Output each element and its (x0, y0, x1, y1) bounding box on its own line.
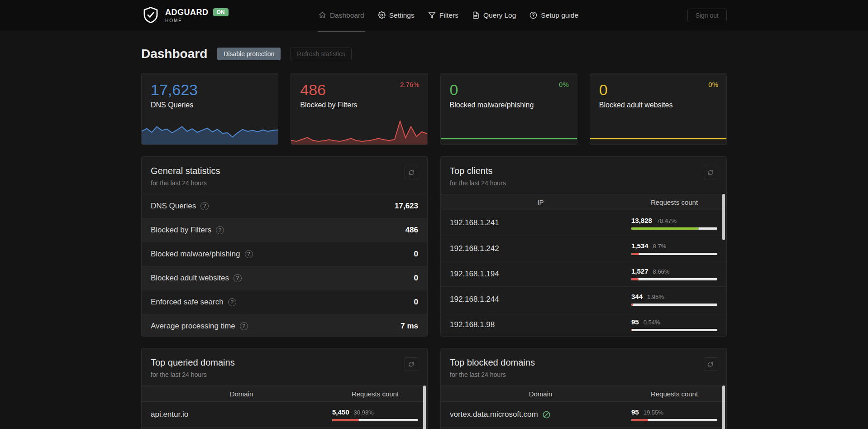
nav-item-dashboard[interactable]: Dashboard (319, 0, 364, 30)
stat-card-blocked-by-filters: 2.76% 486 Blocked by Filters (291, 73, 428, 145)
top-clients-table-header: IP Requests count (441, 194, 726, 210)
progress-bar (631, 304, 717, 306)
client-row: 192.168.1.98 95 0.54% (441, 312, 726, 337)
nav-item-label: Dashboard (330, 11, 364, 19)
scrollbar-thumb[interactable] (423, 386, 426, 429)
refresh-icon (408, 361, 415, 367)
client-ip: 192.168.1.241 (450, 218, 631, 227)
card-subtitle: for the last 24 hours (151, 179, 220, 187)
requests-count: 1,527 (631, 267, 649, 275)
domain-name: vortex.data.microsoft.com (450, 410, 538, 419)
dns-queries-sparkline (142, 119, 278, 145)
scrollbar-thumb[interactable] (722, 194, 725, 240)
help-icon[interactable]: ? (200, 202, 209, 210)
stats-value: 0 (414, 250, 418, 259)
requests-count: 13,828 (631, 217, 652, 224)
progress-bar (631, 419, 717, 421)
blocked-adult-label[interactable]: Blocked adult websites (599, 101, 673, 109)
stats-row: DNS Queries ? 17,623 (142, 194, 427, 218)
blocked-adult-percent: 0% (708, 81, 718, 88)
table-header-domain: Domain (450, 390, 631, 398)
progress-bar-fill (631, 419, 648, 421)
card-title: General statistics (151, 166, 220, 176)
nav-item-settings[interactable]: Settings (378, 0, 415, 30)
stats-label: Enforced safe search (151, 298, 224, 307)
refresh-icon (707, 361, 714, 367)
table-header-requests: Requests count (631, 390, 717, 398)
file-text-icon (472, 11, 480, 19)
card-title: Top clients (450, 166, 506, 176)
gear-icon (378, 11, 386, 19)
general-statistics-table: DNS Queries ? 17,623 Blocked by Filters … (142, 194, 427, 337)
stats-label: Blocked adult websites (151, 274, 229, 283)
stats-value: 486 (405, 226, 418, 235)
blocked-filters-percent: 2.76% (400, 81, 420, 88)
progress-bar (631, 227, 717, 230)
help-icon[interactable]: ? (245, 250, 253, 258)
stat-card-dns-queries: 17,623 DNS Queries (141, 73, 278, 145)
top-blocked-table: vortex.data.microsoft.com 95 19.55% (441, 402, 726, 429)
stats-label: DNS Queries (151, 202, 196, 211)
top-queried-table-header: Domain Requests count (142, 386, 427, 402)
help-icon[interactable]: ? (240, 322, 248, 330)
help-circle-icon (529, 11, 537, 19)
adguard-logo-icon (141, 6, 160, 25)
nav-item-label: Query Log (483, 11, 516, 19)
stats-row: Blocked malware/phishing ? 0 (142, 242, 427, 266)
stats-row: Enforced safe search ? 0 (142, 290, 427, 314)
top-navbar: ADGUARD ON HOME Dashboard Settings (0, 0, 868, 30)
dns-queries-label[interactable]: DNS Queries (151, 101, 193, 109)
scrollbar-thumb[interactable] (722, 386, 725, 429)
table-header-domain: Domain (151, 390, 332, 398)
help-icon[interactable]: ? (216, 226, 224, 234)
card-title: Top blocked domains (450, 357, 535, 368)
nav-item-query-log[interactable]: Query Log (472, 0, 516, 30)
dns-queries-value: 17,623 (151, 82, 269, 98)
top-blocked-domains-card: Top blocked domains for the last 24 hour… (440, 348, 727, 429)
requests-percent: 30.93% (354, 409, 374, 416)
help-icon[interactable]: ? (228, 298, 236, 306)
progress-bar-fill (631, 304, 633, 306)
client-row: 192.168.1.194 1,527 8.66% (441, 261, 726, 286)
disable-protection-button[interactable]: Disable protection (217, 48, 281, 60)
client-ip: 192.168.1.242 (450, 244, 631, 253)
nav-item-filters[interactable]: Filters (428, 0, 458, 30)
adguard-home-brand[interactable]: ADGUARD ON HOME (141, 6, 229, 25)
nav-item-label: Settings (389, 11, 415, 19)
top-blocked-table-header: Domain Requests count (441, 386, 726, 402)
stats-label: Average processing time (151, 322, 235, 331)
stat-card-blocked-adult: 0% 0 Blocked adult websites (590, 73, 727, 145)
stats-label: Blocked malware/phishing (151, 250, 240, 259)
stats-row: Blocked adult websites ? 0 (142, 266, 427, 290)
domain-row: api.entur.io 5,450 30.93% (142, 402, 427, 427)
card-subtitle: for the last 24 hours (450, 179, 506, 187)
stat-cards-row: 17,623 DNS Queries 2.76% 486 Blocked by … (141, 73, 727, 145)
brand-subtitle: HOME (165, 18, 229, 23)
progress-bar-fill (631, 329, 632, 331)
help-icon[interactable]: ? (234, 274, 242, 282)
refresh-card-button[interactable] (405, 166, 418, 179)
nav-item-setup-guide[interactable]: Setup guide (529, 0, 578, 30)
home-icon (319, 11, 326, 19)
top-queried-domains-card: Top queried domains for the last 24 hour… (141, 348, 428, 429)
requests-count: 95 (631, 318, 639, 326)
refresh-card-button[interactable] (704, 166, 717, 179)
page-title: Dashboard (141, 47, 207, 61)
top-clients-table: 192.168.1.241 13,828 78.47% 192.168.1.24… (441, 210, 726, 337)
stats-value: 7 ms (401, 322, 418, 331)
progress-bar (631, 329, 717, 331)
sign-out-button[interactable]: Sign out (687, 9, 727, 22)
blocked-filter-icon[interactable] (542, 410, 551, 419)
requests-percent: 78.47% (657, 217, 677, 224)
client-ip: 192.168.1.194 (450, 270, 631, 279)
refresh-card-button[interactable] (405, 357, 418, 371)
progress-bar-fill (631, 227, 699, 230)
table-header-requests: Requests count (631, 198, 717, 206)
stats-label: Blocked by Filters (151, 226, 211, 235)
page-header: Dashboard Disable protection Refresh sta… (141, 47, 727, 61)
blocked-filters-label[interactable]: Blocked by Filters (300, 101, 357, 109)
blocked-malware-label[interactable]: Blocked malware/phishing (450, 101, 534, 109)
refresh-statistics-button[interactable]: Refresh statistics (291, 48, 352, 60)
refresh-card-button[interactable] (704, 357, 717, 371)
nav-item-label: Filters (439, 11, 458, 19)
